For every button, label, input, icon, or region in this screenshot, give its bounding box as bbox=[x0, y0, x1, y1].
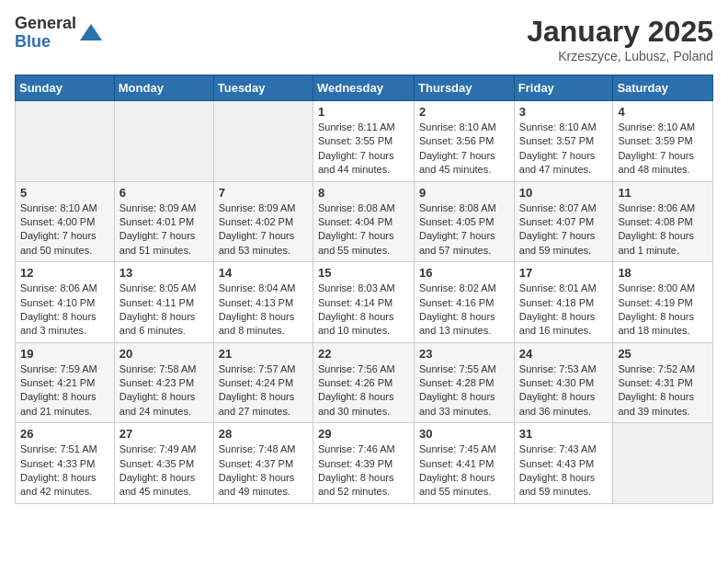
day-info: Sunrise: 8:10 AM Sunset: 3:57 PM Dayligh… bbox=[519, 121, 609, 178]
day-number: 26 bbox=[20, 427, 109, 441]
calendar-cell: 18Sunrise: 8:00 AM Sunset: 4:19 PM Dayli… bbox=[613, 262, 713, 343]
day-number: 30 bbox=[419, 427, 509, 441]
calendar-cell: 27Sunrise: 7:49 AM Sunset: 4:35 PM Dayli… bbox=[114, 423, 213, 504]
day-info: Sunrise: 7:57 AM Sunset: 4:24 PM Dayligh… bbox=[219, 362, 308, 419]
calendar-cell: 4Sunrise: 8:10 AM Sunset: 3:59 PM Daylig… bbox=[613, 101, 713, 182]
title-block: January 2025 Krzeszyce, Lubusz, Poland bbox=[527, 15, 713, 63]
day-number: 10 bbox=[519, 186, 609, 200]
day-info: Sunrise: 7:59 AM Sunset: 4:21 PM Dayligh… bbox=[20, 362, 109, 419]
calendar-cell: 15Sunrise: 8:03 AM Sunset: 4:14 PM Dayli… bbox=[313, 262, 414, 343]
day-info: Sunrise: 8:11 AM Sunset: 3:55 PM Dayligh… bbox=[318, 121, 409, 178]
calendar-cell: 26Sunrise: 7:51 AM Sunset: 4:33 PM Dayli… bbox=[16, 423, 115, 504]
calendar-cell: 2Sunrise: 8:10 AM Sunset: 3:56 PM Daylig… bbox=[415, 101, 515, 182]
day-number: 3 bbox=[519, 105, 609, 119]
day-number: 2 bbox=[419, 105, 509, 119]
header-day-tuesday: Tuesday bbox=[213, 75, 313, 101]
calendar-cell bbox=[16, 101, 115, 182]
day-info: Sunrise: 8:00 AM Sunset: 4:19 PM Dayligh… bbox=[618, 282, 708, 339]
day-info: Sunrise: 7:48 AM Sunset: 4:37 PM Dayligh… bbox=[219, 442, 308, 500]
day-number: 13 bbox=[119, 266, 209, 280]
calendar-cell: 17Sunrise: 8:01 AM Sunset: 4:18 PM Dayli… bbox=[514, 262, 613, 343]
logo: General Blue bbox=[15, 15, 104, 52]
week-row-3: 12Sunrise: 8:06 AM Sunset: 4:10 PM Dayli… bbox=[16, 262, 713, 343]
week-row-5: 26Sunrise: 7:51 AM Sunset: 4:33 PM Dayli… bbox=[16, 423, 713, 504]
calendar-cell: 20Sunrise: 7:58 AM Sunset: 4:23 PM Dayli… bbox=[114, 342, 213, 423]
day-info: Sunrise: 8:07 AM Sunset: 4:07 PM Dayligh… bbox=[519, 201, 609, 259]
day-info: Sunrise: 8:04 AM Sunset: 4:13 PM Dayligh… bbox=[219, 282, 308, 339]
day-info: Sunrise: 8:10 AM Sunset: 3:59 PM Dayligh… bbox=[618, 121, 708, 178]
day-number: 19 bbox=[20, 347, 109, 361]
calendar-cell: 5Sunrise: 8:10 AM Sunset: 4:00 PM Daylig… bbox=[16, 181, 115, 262]
day-info: Sunrise: 8:09 AM Sunset: 4:02 PM Dayligh… bbox=[219, 201, 308, 259]
day-number: 1 bbox=[318, 105, 409, 119]
calendar-cell: 6Sunrise: 8:09 AM Sunset: 4:01 PM Daylig… bbox=[114, 181, 213, 262]
calendar-cell: 11Sunrise: 8:06 AM Sunset: 4:08 PM Dayli… bbox=[613, 181, 713, 262]
day-info: Sunrise: 7:46 AM Sunset: 4:39 PM Dayligh… bbox=[318, 442, 409, 500]
day-number: 28 bbox=[219, 427, 308, 441]
week-row-2: 5Sunrise: 8:10 AM Sunset: 4:00 PM Daylig… bbox=[16, 181, 713, 262]
week-row-1: 1Sunrise: 8:11 AM Sunset: 3:55 PM Daylig… bbox=[16, 101, 713, 182]
svg-marker-0 bbox=[80, 24, 102, 40]
day-number: 25 bbox=[618, 347, 708, 361]
day-number: 11 bbox=[618, 186, 708, 200]
day-number: 5 bbox=[20, 186, 109, 200]
day-info: Sunrise: 8:10 AM Sunset: 4:00 PM Dayligh… bbox=[20, 201, 109, 259]
day-number: 31 bbox=[519, 427, 609, 441]
calendar-cell: 7Sunrise: 8:09 AM Sunset: 4:02 PM Daylig… bbox=[213, 181, 313, 262]
day-number: 7 bbox=[219, 186, 308, 200]
calendar-cell: 10Sunrise: 8:07 AM Sunset: 4:07 PM Dayli… bbox=[514, 181, 613, 262]
calendar-cell: 30Sunrise: 7:45 AM Sunset: 4:41 PM Dayli… bbox=[415, 423, 515, 504]
calendar-cell bbox=[114, 101, 213, 182]
day-number: 23 bbox=[419, 347, 509, 361]
day-number: 16 bbox=[419, 266, 509, 280]
day-info: Sunrise: 7:55 AM Sunset: 4:28 PM Dayligh… bbox=[419, 362, 509, 419]
calendar-cell: 19Sunrise: 7:59 AM Sunset: 4:21 PM Dayli… bbox=[16, 342, 115, 423]
calendar-cell: 14Sunrise: 8:04 AM Sunset: 4:13 PM Dayli… bbox=[213, 262, 313, 343]
header-day-friday: Friday bbox=[514, 75, 613, 101]
header-day-monday: Monday bbox=[114, 75, 213, 101]
calendar-cell: 3Sunrise: 8:10 AM Sunset: 3:57 PM Daylig… bbox=[514, 101, 613, 182]
calendar-cell: 31Sunrise: 7:43 AM Sunset: 4:43 PM Dayli… bbox=[514, 423, 613, 504]
day-number: 29 bbox=[318, 427, 409, 441]
day-info: Sunrise: 8:05 AM Sunset: 4:11 PM Dayligh… bbox=[119, 282, 209, 339]
day-info: Sunrise: 8:01 AM Sunset: 4:18 PM Dayligh… bbox=[519, 282, 609, 339]
day-number: 9 bbox=[419, 186, 509, 200]
day-number: 8 bbox=[318, 186, 409, 200]
calendar-cell: 12Sunrise: 8:06 AM Sunset: 4:10 PM Dayli… bbox=[16, 262, 115, 343]
day-info: Sunrise: 8:10 AM Sunset: 3:56 PM Dayligh… bbox=[419, 121, 509, 178]
day-number: 20 bbox=[119, 347, 209, 361]
calendar-cell: 9Sunrise: 8:08 AM Sunset: 4:05 PM Daylig… bbox=[415, 181, 515, 262]
day-number: 18 bbox=[618, 266, 708, 280]
header-day-sunday: Sunday bbox=[16, 75, 115, 101]
calendar-cell: 1Sunrise: 8:11 AM Sunset: 3:55 PM Daylig… bbox=[313, 101, 414, 182]
calendar-cell: 21Sunrise: 7:57 AM Sunset: 4:24 PM Dayli… bbox=[213, 342, 313, 423]
day-info: Sunrise: 7:56 AM Sunset: 4:26 PM Dayligh… bbox=[318, 362, 409, 419]
day-number: 24 bbox=[519, 347, 609, 361]
calendar-cell: 28Sunrise: 7:48 AM Sunset: 4:37 PM Dayli… bbox=[213, 423, 313, 504]
day-info: Sunrise: 7:45 AM Sunset: 4:41 PM Dayligh… bbox=[419, 442, 509, 500]
day-info: Sunrise: 7:52 AM Sunset: 4:31 PM Dayligh… bbox=[618, 362, 708, 419]
calendar-cell: 25Sunrise: 7:52 AM Sunset: 4:31 PM Dayli… bbox=[613, 342, 713, 423]
calendar-cell: 23Sunrise: 7:55 AM Sunset: 4:28 PM Dayli… bbox=[415, 342, 515, 423]
week-row-4: 19Sunrise: 7:59 AM Sunset: 4:21 PM Dayli… bbox=[16, 342, 713, 423]
calendar-cell: 22Sunrise: 7:56 AM Sunset: 4:26 PM Dayli… bbox=[313, 342, 414, 423]
day-info: Sunrise: 8:08 AM Sunset: 4:04 PM Dayligh… bbox=[318, 201, 409, 259]
day-info: Sunrise: 8:09 AM Sunset: 4:01 PM Dayligh… bbox=[119, 201, 209, 259]
calendar-cell: 13Sunrise: 8:05 AM Sunset: 4:11 PM Dayli… bbox=[114, 262, 213, 343]
day-number: 15 bbox=[318, 266, 409, 280]
header-row: SundayMondayTuesdayWednesdayThursdayFrid… bbox=[16, 75, 713, 101]
calendar-title: January 2025 bbox=[527, 15, 713, 49]
day-number: 4 bbox=[618, 105, 708, 119]
header-day-thursday: Thursday bbox=[415, 75, 515, 101]
day-number: 22 bbox=[318, 347, 409, 361]
calendar-cell: 16Sunrise: 8:02 AM Sunset: 4:16 PM Dayli… bbox=[415, 262, 515, 343]
day-number: 6 bbox=[119, 186, 209, 200]
day-info: Sunrise: 8:02 AM Sunset: 4:16 PM Dayligh… bbox=[419, 282, 509, 339]
day-info: Sunrise: 8:06 AM Sunset: 4:08 PM Dayligh… bbox=[618, 201, 708, 259]
day-info: Sunrise: 7:49 AM Sunset: 4:35 PM Dayligh… bbox=[119, 442, 209, 500]
day-number: 12 bbox=[20, 266, 109, 280]
day-number: 14 bbox=[219, 266, 308, 280]
day-number: 21 bbox=[219, 347, 308, 361]
header-day-wednesday: Wednesday bbox=[313, 75, 414, 101]
logo-general: General bbox=[15, 15, 76, 33]
